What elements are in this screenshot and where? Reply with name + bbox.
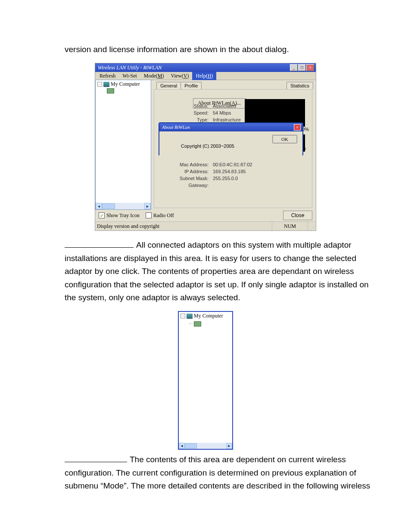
close-window-button[interactable]: × [306,64,314,71]
scroll-left-icon[interactable]: ◄ [179,443,185,449]
about-title: About RtWLan [162,124,190,130]
row-gateway: Gateway: [174,183,213,188]
status-num-lock: NUM [272,222,308,230]
adapter-tree[interactable]: − My Computer ◄ ► [95,80,151,210]
tree-child-node[interactable] [179,320,232,327]
row-mac: Mac Address:00:E0:4C:81:87:02 [174,162,252,167]
show-tray-label: Show Tray Icon [106,212,140,219]
paragraph-top: version and license information are show… [65,43,377,56]
computer-icon [187,314,193,319]
window-title: Wireless LAN Uitily - RtWLAN [98,65,162,71]
tree-root-node[interactable]: − My Computer [179,312,232,319]
screenshot-adapter-tree: − My Computer ◄ ► [178,311,233,450]
tree-root-label: My Computer [194,313,223,319]
about-ok-button[interactable]: OK [272,135,297,143]
show-tray-checkbox[interactable]: ✓ Show Tray Icon [99,212,140,219]
menu-wi-set[interactable]: Wi-Set [119,72,140,80]
properties-pane: General Profile Statistics About RtWLan(… [151,80,316,210]
scroll-right-icon[interactable]: ► [144,203,151,209]
checkbox-checked-icon: ✓ [99,212,105,218]
scroll-left-icon[interactable]: ◄ [96,203,102,209]
about-dialog: About RtWLan × Copyright (C) 2003~2005 O… [159,122,303,156]
general-panel: About RtWLan(A)... Status:Associated Spe… [154,89,312,208]
tree-root-node[interactable]: − My Computer [96,80,151,87]
close-button[interactable]: Close [283,211,312,220]
blank-underline [65,247,134,248]
text: version and license information are show… [65,45,289,54]
menu-view[interactable]: View(V) [168,72,193,80]
row-ip: IP Address:169.254.83.185 [174,169,246,174]
maximize-button[interactable]: □ [298,64,306,71]
text: The contents of this area are dependent … [65,455,370,490]
tab-profile[interactable]: Profile [181,82,202,89]
bottom-bar: ✓ Show Tray Icon Radio Off Close [95,210,316,221]
minimize-button[interactable]: _ [290,64,298,71]
text: All connected adaptors on this system wi… [65,240,369,302]
radio-off-label: Radio Off [153,212,174,219]
scroll-thumb[interactable] [102,203,115,209]
tree-child-node[interactable] [96,88,151,94]
menubar: Refresh Wi-Set Mode(M) View(V) Help(H) [95,72,316,80]
scroll-right-icon[interactable]: ► [226,443,232,449]
tab-statistics[interactable]: Statistics [286,82,313,89]
tree-scrollbar[interactable]: ◄ ► [96,203,151,209]
adapter-icon [194,321,201,327]
paragraph-bottom: The contents of this area are dependent … [65,453,377,492]
blank-underline [65,462,127,462]
tab-general[interactable]: General [156,82,181,89]
status-bar: Display version and copyright NUM ⋰ [95,221,316,230]
menu-help[interactable]: Help(H) [192,72,216,80]
paragraph-middle: All connected adaptors on this system wi… [65,239,377,304]
menu-mode[interactable]: Mode(M) [140,72,168,80]
checkbox-unchecked-icon [146,212,152,218]
adapter-icon [107,88,114,93]
radio-off-checkbox[interactable]: Radio Off [146,212,174,219]
collapse-icon[interactable]: − [97,82,102,87]
tree-root-label: My Computer [111,81,140,87]
row-mask: Subnet Mask:255.255.0.0 [174,176,238,181]
row-status: Status:Associated [174,103,236,109]
row-speed: Speed:54 Mbps [174,110,231,115]
titlebar: Wireless LAN Uitily - RtWLAN _ □ × [95,63,316,72]
tree-scrollbar[interactable]: ◄ ► [179,443,232,449]
scroll-thumb[interactable] [185,443,197,448]
about-close-button[interactable]: × [294,124,301,131]
computer-icon [103,82,109,87]
row-type: Type:Infrastructure [174,117,241,122]
status-message: Display version and copyright [95,222,272,230]
menu-refresh[interactable]: Refresh [96,72,119,80]
about-copyright: Copyright (C) 2003~2005 [181,143,234,149]
resize-grip-icon[interactable]: ⋰ [308,222,316,230]
screenshot-main-window: Wireless LAN Uitily - RtWLAN _ □ × Refre… [95,63,316,231]
collapse-icon[interactable]: − [181,314,185,318]
